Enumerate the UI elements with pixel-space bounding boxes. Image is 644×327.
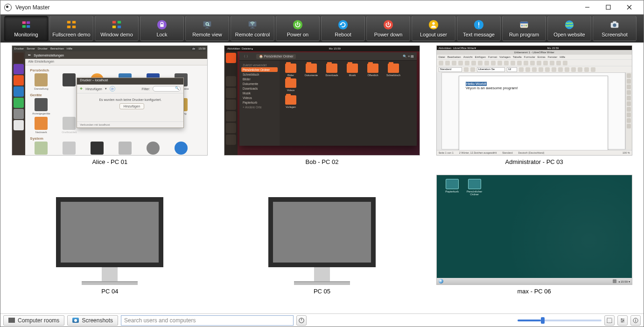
fit-button[interactable] <box>604 315 615 326</box>
reboot-button[interactable]: Reboot <box>321 16 365 41</box>
svg-point-46 <box>635 319 636 320</box>
toolbar-label: Open website <box>553 32 585 37</box>
window-heading: Systemeinstellungen <box>34 54 64 57</box>
search-input[interactable]: Search users and computers <box>121 315 294 326</box>
minimize-button[interactable] <box>577 0 598 14</box>
computer-tile-pc01[interactable]: Drucker Server Drucker Betrachten Hilfe … <box>6 45 214 165</box>
desktop-icon-label: Papierkorb <box>445 190 459 193</box>
window-titlebar: Veyon Master <box>0 0 644 14</box>
info-icon <box>633 318 638 323</box>
computer-tile-pc04[interactable]: PC 04 <box>6 175 214 295</box>
section-label: System <box>25 134 207 142</box>
adjust-button[interactable] <box>617 315 628 326</box>
section-label: Persönlich <box>25 65 207 73</box>
menu-item: Betrachten <box>50 47 64 50</box>
power-icon <box>298 317 305 324</box>
remote-control-button[interactable]: Remote control <box>231 16 274 41</box>
run-program-button[interactable]: Run program <box>502 16 546 41</box>
svg-rect-3 <box>22 25 26 28</box>
maximize-button[interactable] <box>598 0 619 14</box>
svg-rect-38 <box>613 21 616 23</box>
sliders-icon <box>620 318 625 323</box>
monitoring-button[interactable]: Monitoring <box>4 16 48 41</box>
svg-rect-21 <box>250 28 254 28</box>
svg-rect-12 <box>118 26 121 28</box>
svg-rect-0 <box>606 5 610 9</box>
svg-point-33 <box>521 25 523 27</box>
printer-dialog: Drucker – localhost ✚ Hinzufügen▾ ⟳ Filt… <box>77 78 184 128</box>
computer-tile-pc03[interactable]: Aktivitäten LibreOffice Writer ▾Mo 15:59… <box>430 45 638 165</box>
toolbar-label: Remote view <box>192 32 222 37</box>
start-menu-icon <box>439 279 443 284</box>
camera-icon <box>609 20 620 30</box>
computer-thumbnail-offline <box>224 175 420 285</box>
placeholder-text: Search users and computers <box>124 317 196 324</box>
text-message-button[interactable]: Text message <box>457 16 501 41</box>
svg-rect-10 <box>118 21 121 24</box>
monitor-icon <box>8 318 15 323</box>
svg-rect-17 <box>205 28 209 28</box>
computer-rooms-button[interactable]: Computer rooms <box>3 315 64 326</box>
camera-icon <box>72 318 79 323</box>
lock-button[interactable]: Lock <box>140 16 184 41</box>
lock-icon <box>157 20 167 30</box>
text-message-icon <box>474 20 484 30</box>
power-down-button[interactable]: Power down <box>366 16 410 41</box>
close-button[interactable] <box>619 0 640 14</box>
offline-monitor-icon <box>56 197 163 285</box>
svg-rect-4 <box>27 25 30 28</box>
svg-point-34 <box>523 25 525 27</box>
computer-caption: Alice - PC 01 <box>92 158 127 165</box>
toolbar-label: Window demo <box>100 32 133 37</box>
power-on-button[interactable]: Power on <box>276 16 320 41</box>
svg-rect-9 <box>112 21 116 24</box>
fullscreen-demo-button[interactable]: Fullscreen demo <box>49 16 93 41</box>
svg-rect-20 <box>252 27 253 28</box>
computer-caption: PC 04 <box>101 288 118 295</box>
computer-thumbnail: Aktivitäten Dateien ▾Mo 15:59 〈 〉 🏠 Pers… <box>224 45 420 156</box>
computer-caption: max - PC 06 <box>518 288 551 295</box>
toolbar-label: Power down <box>374 32 403 37</box>
toolbar-label: Logout user <box>420 32 447 37</box>
open-website-button[interactable]: Open website <box>547 16 591 41</box>
menu-item: Drucker <box>14 47 24 50</box>
svg-rect-11 <box>112 26 116 28</box>
window-title: Veyon Master <box>15 4 577 11</box>
computer-tile-pc06[interactable]: Papierkorb Persönlicher Ordner ◂ 15:59 ▾… <box>430 175 638 295</box>
computer-tile-pc02[interactable]: Aktivitäten Dateien ▾Mo 15:59 〈 〉 🏠 Pers… <box>218 45 426 165</box>
computer-tile-pc05[interactable]: PC 05 <box>218 175 426 295</box>
offline-monitor-icon <box>268 197 376 285</box>
screenshot-button[interactable]: Screenshot <box>593 16 637 41</box>
lang-indicator: de <box>191 47 197 50</box>
svg-rect-7 <box>67 26 70 28</box>
button-label: Computer rooms <box>18 317 59 324</box>
toolbar-label: Monitoring <box>14 32 38 37</box>
menu-item: Drucker <box>38 47 48 50</box>
power-on-icon <box>293 20 303 30</box>
svg-point-35 <box>525 25 527 27</box>
toolbar-label: Fullscreen demo <box>52 32 90 37</box>
svg-rect-6 <box>72 21 76 24</box>
power-button[interactable] <box>296 315 307 326</box>
window-demo-button[interactable]: Window demo <box>95 16 139 41</box>
zoom-slider[interactable] <box>518 320 602 321</box>
computer-thumbnail: Drucker Server Drucker Betrachten Hilfe … <box>12 45 208 156</box>
toolbar-label: Lock <box>156 32 167 37</box>
computer-caption: PC 05 <box>314 288 330 295</box>
info-button[interactable] <box>630 315 641 326</box>
svg-rect-30 <box>478 27 479 28</box>
monitoring-icon <box>21 20 31 30</box>
svg-point-24 <box>338 20 348 29</box>
computer-thumbnail-offline <box>12 175 208 285</box>
toolbar-label: Text message <box>463 32 495 37</box>
toolbar-label: Screenshot <box>602 32 628 37</box>
screenshots-button[interactable]: Screenshots <box>67 315 118 326</box>
remote-view-button[interactable]: Remote view <box>185 16 229 41</box>
svg-rect-14 <box>160 24 163 27</box>
logout-user-button[interactable]: Logout user <box>412 16 455 41</box>
remote-control-icon <box>247 20 258 30</box>
svg-rect-16 <box>206 27 208 28</box>
power-down-icon <box>383 20 393 30</box>
logout-user-icon <box>428 20 439 30</box>
svg-point-36 <box>565 21 574 29</box>
